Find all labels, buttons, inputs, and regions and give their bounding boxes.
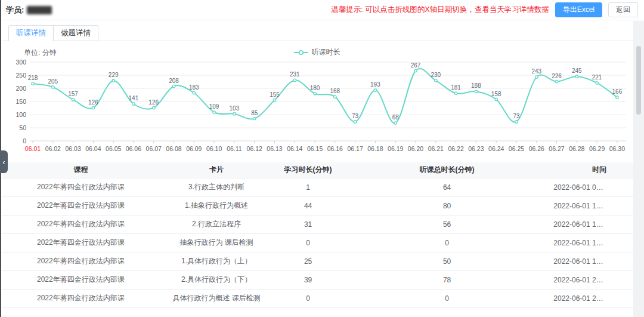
data-point[interactable] [616, 96, 618, 99]
table-cell: 0 [273, 233, 342, 252]
back-button[interactable]: 返回 [608, 2, 638, 17]
export-excel-button[interactable]: 导出Excel [555, 2, 602, 17]
column-header: 卡片 [160, 162, 274, 178]
x-axis-date-label[interactable]: 06.15 [307, 145, 323, 152]
x-axis-date-label[interactable]: 06.21 [428, 145, 444, 152]
data-point-label: 193 [370, 81, 380, 88]
x-axis-date-label[interactable]: 06.12 [247, 145, 262, 152]
y-axis-label: 150 [16, 98, 26, 105]
data-point-label: 109 [209, 103, 219, 110]
data-point[interactable] [293, 79, 296, 81]
data-point[interactable] [314, 93, 316, 95]
data-point[interactable] [374, 89, 376, 91]
data-point-label: 73 [513, 113, 520, 119]
data-point-label: 180 [310, 85, 320, 91]
chart-legend[interactable]: 听课时长 [0, 47, 633, 57]
data-point[interactable] [535, 76, 538, 78]
x-axis-date-label[interactable]: 06.29 [589, 145, 605, 152]
data-point-label: 208 [169, 78, 179, 84]
sidebar-collapse-handle[interactable]: ‹ [0, 150, 8, 173]
table-row: 2022年蒋四金行政法内部课2.具体行政行为（下）39782022-06-01 … [2, 270, 633, 289]
data-point[interactable] [354, 121, 356, 123]
table-cell: 80 [343, 196, 551, 215]
x-axis-date-label[interactable]: 06.10 [206, 145, 222, 152]
data-point[interactable] [92, 106, 94, 109]
table-row: 2022年蒋四金行政法内部课抽象行政行为 课后检测002022-06-01 19… [2, 233, 633, 252]
x-axis-date-label[interactable]: 06.22 [448, 145, 463, 152]
x-axis-date-label[interactable]: 06.08 [166, 145, 181, 152]
data-point[interactable] [32, 82, 34, 85]
data-point[interactable] [172, 85, 175, 87]
line-series-legend-icon [293, 50, 309, 56]
line-chart[interactable]: 05010015020025030006.0106.0206.0306.0406… [4, 57, 633, 159]
data-point[interactable] [233, 113, 236, 115]
data-point[interactable] [52, 86, 54, 88]
tab-question-details[interactable]: 做题详情 [54, 25, 98, 41]
table-cell: 2022-06-01 21:09:47 [551, 289, 633, 307]
data-point[interactable] [253, 117, 256, 119]
x-axis-date-label[interactable]: 06.09 [186, 145, 202, 152]
x-axis-date-label[interactable]: 06.16 [327, 145, 343, 152]
data-point-label: 188 [471, 82, 481, 89]
data-point[interactable] [334, 96, 336, 98]
data-point[interactable] [515, 121, 518, 123]
x-axis-date-label[interactable]: 06.11 [227, 145, 242, 152]
data-point-label: 221 [592, 74, 602, 81]
x-axis-date-label[interactable]: 06.18 [367, 145, 383, 152]
x-axis-date-label[interactable]: 06.26 [529, 145, 544, 152]
x-axis-date-label[interactable]: 06.03 [65, 145, 80, 152]
table-cell: 2022年蒋四金行政法内部课 [2, 289, 160, 307]
data-point[interactable] [153, 106, 155, 109]
data-point-label: 181 [451, 84, 461, 91]
y-axis-label: 0 [23, 137, 26, 144]
x-axis-date-label[interactable]: 06.06 [126, 145, 141, 152]
data-point[interactable] [132, 103, 135, 105]
column-header: 课程 [2, 162, 160, 178]
data-point[interactable] [193, 91, 195, 94]
x-axis-date-label[interactable]: 06.02 [45, 145, 61, 152]
top-bar-actions: 温馨提示: 可以点击折线图的X轴日期切换，查看当天学习详情数据 导出Excel … [331, 2, 638, 17]
collapse-left-icon: ‹ [2, 158, 5, 167]
x-axis-date-label[interactable]: 06.20 [408, 145, 423, 152]
tab-label: 做题详情 [61, 28, 91, 38]
series-line [33, 69, 617, 123]
x-axis-date-label[interactable]: 06.14 [287, 145, 302, 152]
data-point[interactable] [394, 122, 397, 124]
x-axis-date-label[interactable]: 06.04 [85, 145, 101, 152]
data-point[interactable] [596, 82, 598, 84]
x-axis-date-label[interactable]: 06.13 [267, 145, 282, 152]
x-axis-date-label[interactable]: 06.17 [347, 145, 363, 152]
x-axis-date-label[interactable]: 06.28 [569, 145, 584, 152]
x-axis-date-label[interactable]: 06.25 [509, 145, 524, 152]
table-cell: 2022年蒋四金行政法内部课 [2, 215, 160, 233]
data-point[interactable] [495, 98, 497, 100]
table-cell: 56 [343, 215, 551, 233]
data-point[interactable] [414, 69, 417, 72]
data-point[interactable] [213, 111, 215, 113]
x-axis-date-label[interactable]: 06.24 [488, 145, 504, 152]
scrollbar-thumb[interactable] [636, 46, 641, 115]
data-point[interactable] [112, 79, 114, 82]
data-point[interactable] [454, 92, 457, 94]
data-point[interactable] [435, 79, 437, 82]
x-axis-date-label[interactable]: 06.07 [146, 145, 162, 152]
x-axis-date-label[interactable]: 06.19 [388, 145, 403, 152]
table-row: 2022年蒋四金行政法内部课3.行政主体的判断1642022-06-01 06:… [2, 178, 633, 196]
tab-listening-details[interactable]: 听课详情 [8, 25, 54, 41]
data-point[interactable] [555, 80, 558, 82]
x-axis-date-label[interactable]: 06.27 [549, 145, 564, 152]
data-point[interactable] [475, 90, 477, 93]
y-axis-label: 200 [16, 85, 26, 92]
page: ‹ 学员: 温馨提示: 可以点击折线图的X轴日期切换，查看当天学习详情数据 导出… [0, 0, 644, 317]
x-axis-date-label[interactable]: 06.01 [25, 145, 41, 152]
data-point[interactable] [273, 99, 275, 101]
x-axis-date-label[interactable]: 06.23 [468, 145, 484, 152]
page-scroll-gutter [633, 21, 644, 317]
table-header-row: 课程卡片学习时长(分钟)听课总时长(分钟)时间 [2, 162, 633, 178]
x-axis-date-label[interactable]: 06.05 [106, 145, 121, 152]
top-bar: 学员: 温馨提示: 可以点击折线图的X轴日期切换，查看当天学习详情数据 导出Ex… [0, 0, 644, 20]
x-axis-date-label[interactable]: 06.30 [609, 145, 625, 152]
data-point[interactable] [72, 99, 74, 101]
column-header: 时间 [551, 162, 633, 178]
data-point[interactable] [575, 75, 578, 78]
